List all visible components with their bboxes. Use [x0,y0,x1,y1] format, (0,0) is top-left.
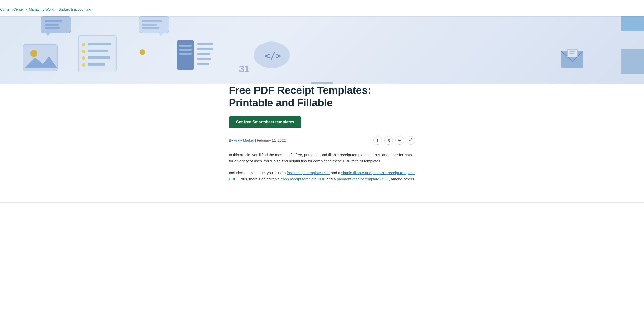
svg-rect-44 [567,49,577,57]
deco-dot [140,49,145,55]
svg-rect-37 [179,53,192,55]
link-cash-receipt-pdf[interactable]: cash receipt template PDF [281,177,325,181]
article-title: Free PDF Receipt Templates: Printable an… [229,84,415,109]
svg-rect-30 [197,43,213,45]
svg-rect-28 [88,63,105,66]
deco-doc-icon [176,40,214,70]
svg-point-25 [82,56,85,60]
svg-rect-26 [88,56,110,59]
breadcrumb-link-content-center[interactable]: Content Center [0,7,24,11]
facebook-share-button[interactable]: f [373,136,382,145]
link-icon [409,138,413,142]
svg-rect-9 [45,20,62,22]
svg-marker-8 [45,33,50,36]
svg-rect-34 [197,63,209,65]
deco-progress-bar [311,82,333,84]
svg-rect-14 [142,20,162,22]
svg-rect-45 [569,51,575,52]
breadcrumb-current: Budget & accounting [59,7,91,11]
deco-cloud-icon: </> [252,36,292,69]
deco-speech-bubble-2 [138,16,171,36]
deco-calendar: 31 [239,64,249,75]
svg-marker-13 [158,33,164,36]
article-container: Content Center › Managing Work › Budget … [219,84,425,202]
link-free-receipt-pdf[interactable]: free receipt template PDF [287,171,330,175]
breadcrumb-sep-1: › [26,8,27,11]
linkedin-icon: in [398,138,401,142]
deco-rect-topright [621,16,644,31]
article-paragraph-1: In this article, you'll find the most us… [229,152,415,164]
article-date: February 11, 2022 [257,138,286,142]
breadcrumb-sep-2: › [56,8,57,11]
author-link[interactable]: Andy Marker [234,138,254,142]
facebook-icon: f [377,138,378,142]
svg-rect-35 [179,45,192,47]
svg-point-18 [30,50,37,57]
social-icons: f 𝕏 in [373,136,415,145]
svg-rect-32 [197,53,210,55]
deco-pie-chart [621,49,644,74]
author-info: By Andy Marker | February 11, 2022 [229,138,286,142]
svg-rect-16 [142,27,159,29]
svg-rect-10 [45,24,59,26]
twitter-icon: 𝕏 [387,138,390,142]
svg-rect-31 [197,48,213,50]
deco-envelope-icon [561,49,584,69]
svg-rect-20 [78,35,116,72]
article-paragraph-2: Included on this page, you'll find a fre… [229,170,415,182]
breadcrumb-link-managing-work[interactable]: Managing Work [29,7,54,11]
svg-rect-15 [142,24,157,26]
breadcrumb: Content Center › Managing Work › Budget … [0,0,644,16]
deco-list-icon [78,35,117,73]
svg-text:</>: </> [265,51,281,61]
svg-rect-46 [569,53,574,54]
deco-image-icon [23,44,58,71]
link-payment-receipt-pdf[interactable]: payment receipt template PDF [337,177,388,181]
svg-rect-11 [45,27,60,29]
author-line: By Andy Marker | February 11, 2022 f 𝕏 i… [229,136,415,145]
get-templates-button[interactable]: Get free Smartsheet templates [229,116,301,128]
deco-speech-bubble-1 [40,16,73,36]
article-body: In this article, you'll find the most us… [229,152,415,182]
content-wrapper: Content Center › Managing Work › Budget … [0,84,644,202]
hero-decorations: </> 31 [0,16,644,84]
svg-point-21 [82,43,85,46]
svg-rect-22 [88,43,111,45]
copy-link-button[interactable] [407,136,415,145]
svg-rect-36 [179,49,192,51]
hero-banner: </> 31 [0,16,644,84]
svg-point-27 [82,63,85,67]
svg-point-23 [82,50,85,53]
svg-rect-24 [88,50,108,52]
page-divider [0,202,644,203]
svg-rect-33 [197,58,211,60]
twitter-share-button[interactable]: 𝕏 [384,136,393,145]
linkedin-share-button[interactable]: in [395,136,404,145]
